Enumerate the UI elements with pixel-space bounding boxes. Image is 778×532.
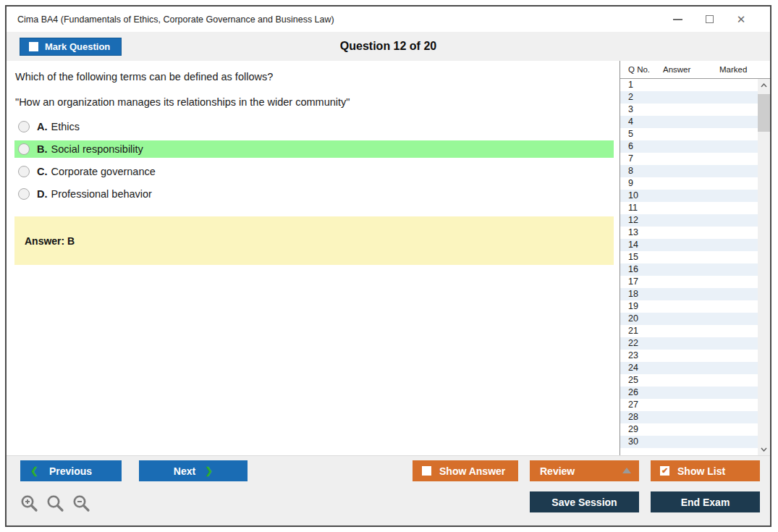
question-list-scrollbar[interactable]	[758, 79, 770, 455]
minimize-icon[interactable]	[672, 14, 682, 25]
radio-button[interactable]	[18, 166, 30, 177]
end-exam-button[interactable]: End Exam	[651, 491, 760, 512]
next-label: Next	[174, 465, 195, 477]
end-exam-label: End Exam	[681, 497, 730, 508]
zoom-toolbar	[20, 494, 92, 514]
question-list-row[interactable]: 12	[620, 214, 770, 227]
checkbox-unchecked-icon[interactable]	[29, 42, 38, 51]
question-list-row[interactable]: 5	[620, 128, 770, 140]
question-list-row[interactable]: 7	[620, 153, 770, 165]
question-list-row[interactable]: 16	[620, 263, 770, 276]
option-a[interactable]: A. Ethics	[14, 118, 614, 135]
answer-reveal-box: Answer: B	[14, 216, 614, 265]
question-list-row[interactable]: 3	[620, 104, 770, 116]
checkbox-checked-icon[interactable]: ✔	[660, 466, 669, 476]
question-list-panel: Q No. Answer Marked 12345678910111213141…	[620, 61, 770, 455]
question-list: 1234567891011121314151617181920212223242…	[620, 79, 770, 455]
save-session-label: Save Session	[551, 497, 617, 508]
question-list-row[interactable]: 9	[620, 177, 770, 190]
zoom-out-icon[interactable]	[72, 494, 92, 514]
question-quote: "How an organization manages its relatio…	[15, 96, 614, 108]
question-list-row[interactable]: 21	[620, 325, 770, 337]
next-button[interactable]: Next ❯	[139, 460, 248, 481]
question-list-row[interactable]: 13	[620, 227, 770, 239]
window-title: Cima BA4 (Fundamentals of Ethics, Corpor…	[17, 14, 334, 25]
scrollbar-thumb[interactable]	[758, 94, 770, 132]
radio-button[interactable]	[18, 188, 30, 200]
show-answer-label: Show Answer	[439, 465, 505, 477]
question-list-row[interactable]: 10	[620, 190, 770, 202]
option-b[interactable]: B. Social responsibility	[14, 140, 614, 158]
mark-question-button[interactable]: Mark Question	[20, 38, 122, 56]
chevron-right-icon: ❯	[205, 465, 213, 476]
radio-button[interactable]	[18, 121, 30, 132]
window-controls: ✕	[672, 14, 759, 25]
question-list-row[interactable]: 30	[620, 436, 770, 448]
column-marked: Marked	[719, 65, 770, 74]
column-answer: Answer	[663, 65, 719, 74]
option-text: Corporate governance	[51, 166, 156, 177]
show-list-label: Show List	[677, 465, 725, 477]
question-list-row[interactable]: 26	[620, 387, 770, 399]
question-list-row[interactable]: 19	[620, 300, 770, 313]
question-list-row[interactable]: 17	[620, 276, 770, 288]
question-prompt: Which of the following terms can be defi…	[15, 71, 614, 83]
question-list-row[interactable]: 14	[620, 239, 770, 251]
option-letter: D.	[37, 188, 48, 200]
question-list-header: Q No. Answer Marked	[620, 61, 770, 79]
question-list-row[interactable]: 27	[620, 399, 770, 411]
option-text: Social responsibility	[51, 143, 143, 155]
answer-options: A. Ethics B. Social responsibility C. Co…	[7, 118, 620, 203]
question-list-row[interactable]: 29	[620, 423, 770, 436]
question-list-row[interactable]: 18	[620, 288, 770, 300]
close-icon[interactable]: ✕	[736, 14, 746, 25]
zoom-in-icon[interactable]	[20, 494, 40, 514]
exam-window: Cima BA4 (Fundamentals of Ethics, Corpor…	[5, 5, 771, 527]
question-list-row[interactable]: 4	[620, 116, 770, 128]
title-bar: Cima BA4 (Fundamentals of Ethics, Corpor…	[7, 7, 770, 32]
question-list-row[interactable]: 11	[620, 202, 770, 214]
scroll-down-icon[interactable]	[758, 443, 770, 455]
column-qno: Q No.	[620, 65, 663, 74]
question-list-row[interactable]: 25	[620, 374, 770, 387]
question-counter: Question 12 of 20	[340, 40, 436, 53]
option-c[interactable]: C. Corporate governance	[14, 163, 614, 180]
question-list-row[interactable]: 23	[620, 350, 770, 362]
scroll-up-icon[interactable]	[758, 79, 770, 91]
content-area: Which of the following terms can be defi…	[7, 61, 770, 455]
chevron-left-icon: ❮	[30, 465, 38, 476]
question-list-row[interactable]: 20	[620, 313, 770, 325]
question-list-row[interactable]: 22	[620, 337, 770, 350]
maximize-icon[interactable]	[704, 14, 714, 25]
option-letter: C.	[37, 166, 48, 177]
question-list-row[interactable]: 1	[620, 79, 770, 91]
show-list-button[interactable]: ✔ Show List	[651, 460, 760, 481]
checkbox-unchecked-icon[interactable]	[422, 466, 431, 476]
save-session-button[interactable]: Save Session	[530, 491, 639, 512]
answer-label: Answer: B	[25, 235, 75, 247]
zoom-reset-icon[interactable]	[46, 494, 66, 514]
question-list-row[interactable]: 8	[620, 165, 770, 177]
option-text: Professional behavior	[51, 188, 152, 200]
triangle-up-icon	[622, 468, 631, 473]
show-answer-button[interactable]: Show Answer	[413, 460, 518, 481]
radio-button[interactable]	[18, 143, 30, 155]
question-list-row[interactable]: 24	[620, 362, 770, 374]
option-text: Ethics	[51, 121, 80, 132]
review-label: Review	[540, 465, 575, 477]
previous-button[interactable]: ❮ Previous	[20, 460, 122, 481]
option-d[interactable]: D. Professional behavior	[14, 185, 614, 203]
question-list-row[interactable]: 6	[620, 140, 770, 153]
question-panel: Which of the following terms can be defi…	[7, 61, 620, 455]
header-bar: Mark Question Question 12 of 20	[7, 32, 770, 61]
question-list-row[interactable]: 28	[620, 411, 770, 423]
review-button[interactable]: Review	[530, 460, 639, 481]
option-letter: A.	[37, 121, 48, 132]
question-list-row[interactable]: 15	[620, 251, 770, 263]
question-list-row[interactable]: 2	[620, 91, 770, 104]
option-letter: B.	[37, 143, 48, 155]
previous-label: Previous	[49, 465, 92, 477]
footer-bar: ❮ Previous Next ❯ Show Answer Review ✔ S…	[7, 455, 770, 525]
mark-question-label: Mark Question	[45, 41, 110, 52]
